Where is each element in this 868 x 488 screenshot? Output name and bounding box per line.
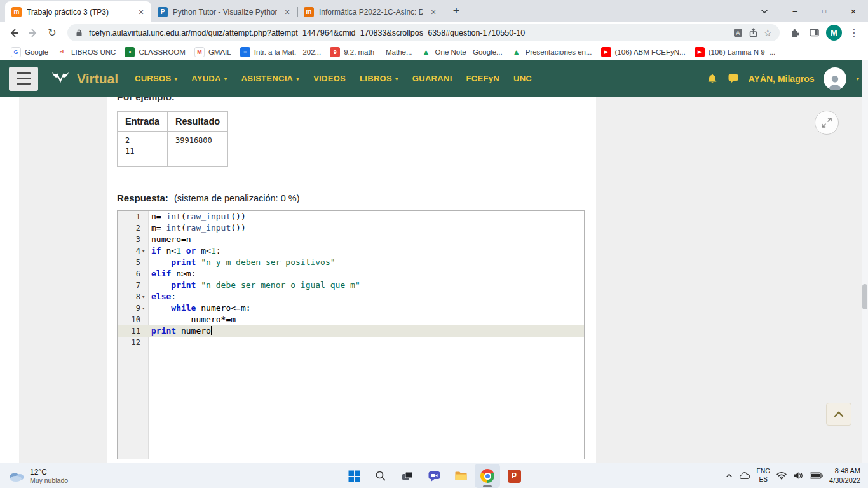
user-name[interactable]: AYÁN, Milagros [749,74,815,84]
nav-item-guarani[interactable]: GUARANI [412,74,452,83]
code-text: print numero [149,325,584,337]
browser-tab[interactable]: mTrabajo práctico 3 (TP3)× [5,1,151,22]
bookmark-item[interactable]: GGoogle [6,45,53,59]
extensions-icon[interactable] [786,24,804,42]
search-button[interactable] [368,464,393,488]
code-line[interactable]: 11print numero [118,325,584,337]
code-line[interactable]: 2m= int(raw_input()) [118,222,584,234]
back-icon [8,27,20,39]
expand-button[interactable] [815,111,839,135]
volume-icon[interactable] [793,471,803,480]
bookmark-item[interactable]: ▲One Note - Google... [417,45,507,59]
bookmark-star-icon[interactable]: ☆ [764,28,772,37]
powerpoint-taskbar-button[interactable]: P [501,464,527,488]
site-logo[interactable]: Virtual [50,70,118,88]
doc-favicon: ≡ [240,47,250,57]
minimize-button[interactable]: – [780,0,810,22]
task-view-button[interactable] [395,464,420,488]
nav-item-label: FCEFyN [466,74,499,83]
fold-marker-icon[interactable]: ▾ [140,302,149,314]
code-line[interactable]: 5 print "n y m deben ser positivos" [118,257,584,268]
refresh-button[interactable]: ↻ [43,24,61,42]
moodle-navbar: Virtual CURSOS▾AYUDA▾ASISTENCIA▾VIDEOSLI… [0,60,868,97]
nav-item-videos[interactable]: VIDEOS [313,74,346,83]
onedrive-cloud-icon[interactable] [739,471,750,480]
clock-date: 4/30/2022 [829,476,860,485]
brand-name: Virtual [77,71,118,86]
code-text: while numero<=m: [149,302,584,314]
browser-tab[interactable]: mInformática P2022-1C-Asinc: Dud× [297,1,444,22]
clock[interactable]: 8:48 AM 4/30/2022 [829,466,860,485]
file-explorer-button[interactable] [448,464,473,488]
start-button[interactable] [341,464,367,488]
code-line[interactable]: 1n= int(raw_input()) [118,211,584,222]
new-tab-button[interactable]: + [447,2,465,20]
page-scrollbar[interactable] [862,60,868,463]
close-button[interactable]: × [839,0,868,22]
nav-item-unc[interactable]: UNC [513,74,532,83]
code-line[interactable]: 3numero=n [118,234,584,245]
youtube-favicon: ▶ [601,47,611,57]
messages-icon[interactable] [728,73,739,84]
youtube-favicon: ▶ [695,47,705,57]
close-tab-icon[interactable]: × [282,7,292,17]
bookmark-item[interactable]: ▶(106) Lamina N 9 -... [690,45,780,59]
bookmark-item[interactable]: ▪CLASSROOM [120,45,190,59]
code-line[interactable]: 7 print "n debe ser menor o igual que m" [118,280,584,291]
classroom-favicon: ▪ [125,47,135,57]
nav-item-ayuda[interactable]: AYUDA▾ [191,74,227,83]
teams-chat-button[interactable] [421,464,447,488]
user-menu-chevron-icon[interactable]: ▾ [856,76,859,82]
code-line[interactable]: 9▾ while numero<=m: [118,302,584,314]
back-button[interactable] [5,24,23,42]
wifi-icon[interactable] [776,471,787,480]
forward-button[interactable] [24,24,42,42]
url-bar[interactable]: fcefyn.aulavirtual.unc.edu.ar/mod/quiz/a… [67,24,780,41]
example-table-body: 21139916800 [118,132,228,167]
language-indicator[interactable]: ENG ES [756,468,770,484]
close-tab-icon[interactable]: × [428,7,438,17]
browser-tab[interactable]: PPython Tutor - Visualize Python,× [151,1,297,22]
fold-marker-icon[interactable]: ▾ [140,291,149,302]
browser-toolbar: ↻ fcefyn.aulavirtual.unc.edu.ar/mod/quiz… [0,22,868,43]
share-icon[interactable] [749,28,758,37]
scrollbar-thumb[interactable] [862,284,867,309]
chrome-taskbar-button[interactable] [475,464,500,488]
browser-menu-button[interactable]: ⋮ [845,24,863,42]
chevron-down-icon [761,9,768,14]
translate-icon[interactable]: A [733,28,743,37]
user-avatar[interactable] [824,67,846,90]
code-line[interactable]: 12 [118,337,584,348]
fold-marker-icon[interactable]: ▾ [140,245,149,257]
bookmark-label: Intr. a la Mat. - 202... [254,48,321,56]
code-line[interactable]: 8▾else: [118,291,584,302]
battery-icon[interactable] [810,472,823,479]
hamburger-menu-button[interactable] [9,67,38,91]
bookmark-item[interactable]: ≡Intr. a la Mat. - 202... [236,45,325,59]
code-line[interactable]: 10 numero*=m [118,314,584,325]
bookmark-item[interactable]: 99.2. math — Mathe... [325,45,416,59]
weather-widget[interactable]: 12°C Muy nublado [0,463,76,488]
tab-search-button[interactable] [756,5,773,18]
bookmarks-bar-items: GGoogleeLLIBROS UNC▪CLASSROOMMGMAIL≡Intr… [6,45,780,59]
bookmark-item[interactable]: ▶(106) ABM FCEFyN... [597,45,690,59]
code-editor[interactable]: 1n= int(raw_input())2m= int(raw_input())… [117,210,585,459]
side-panel-icon[interactable] [805,24,823,42]
line-number-cell: 4▾ [118,245,149,257]
code-line[interactable]: 4▾if n<1 or m<1: [118,245,584,257]
back-to-top-button[interactable] [826,403,851,426]
chrome-icon [480,469,494,483]
nav-item-asistencia[interactable]: ASISTENCIA▾ [241,74,300,83]
tray-expand-button[interactable] [726,473,733,478]
nav-item-fcefyn[interactable]: FCEFyN [466,74,499,83]
bookmark-item[interactable]: eLLIBROS UNC [53,45,120,59]
bookmark-item[interactable]: MGMAIL [190,45,236,59]
close-tab-icon[interactable]: × [136,7,146,17]
maximize-button[interactable]: □ [810,0,839,22]
nav-item-cursos[interactable]: CURSOS▾ [135,74,177,83]
nav-item-libros[interactable]: LIBROS▾ [360,74,398,83]
notifications-bell-icon[interactable] [707,73,718,85]
profile-avatar[interactable]: M [826,25,842,41]
code-line[interactable]: 6elif n>m: [118,268,584,280]
bookmark-item[interactable]: ▲Presentaciones en... [507,45,597,59]
